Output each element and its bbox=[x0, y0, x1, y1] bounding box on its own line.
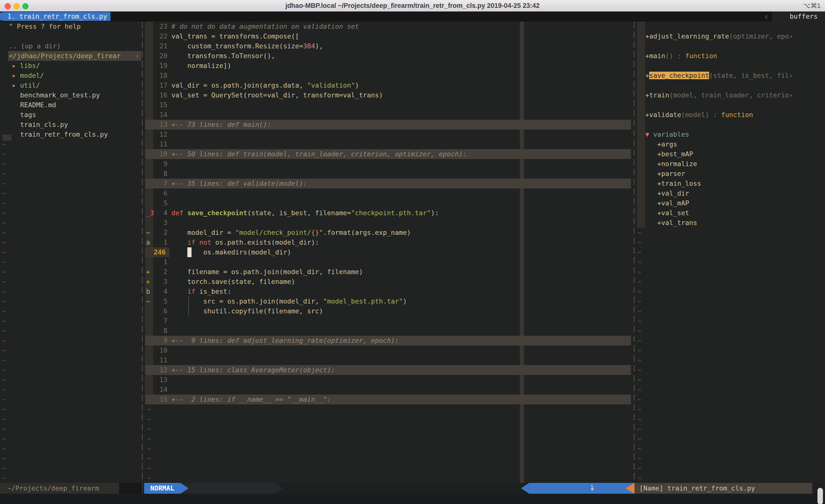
tree-item[interactable]: .. (up a dir) bbox=[9, 41, 61, 51]
code-line[interactable]: custom_transform.Resize(size=384), bbox=[171, 41, 323, 51]
tagbar-empty-line: ~ bbox=[638, 404, 641, 414]
tag-item[interactable]: +normalize bbox=[645, 159, 697, 169]
line-number: 14 bbox=[151, 110, 167, 120]
window-separator-right[interactable] bbox=[634, 22, 634, 483]
mode-indicator: NORMAL bbox=[144, 483, 180, 494]
tagbar-empty-line: ~ bbox=[638, 336, 641, 345]
tag-item[interactable]: +args bbox=[645, 139, 677, 149]
tree-item[interactable]: train_cls.py bbox=[20, 120, 68, 130]
nerdtree-empty-line: ~ bbox=[2, 238, 6, 247]
tagbar-empty-line: ~ bbox=[638, 375, 641, 385]
tree-item[interactable]: tags bbox=[20, 110, 36, 120]
folded-code-line[interactable]: +-- 50 lines: def train(model, train_loa… bbox=[171, 149, 467, 159]
nerdtree-empty-line: ~ bbox=[2, 139, 6, 149]
folded-code-line[interactable]: +-- 15 lines: class AverageMeter(object)… bbox=[171, 365, 335, 375]
tree-item[interactable]: " Press ? for help bbox=[9, 22, 81, 31]
nerdtree-empty-line: ~ bbox=[2, 336, 6, 345]
tag-item[interactable]: +best_mAP bbox=[645, 149, 693, 159]
tag-item[interactable]: +parser bbox=[645, 169, 685, 179]
nerdtree-empty-line: ~ bbox=[2, 404, 6, 414]
current-line-number: 246 bbox=[154, 247, 170, 257]
nerdtree-empty-line: ~ bbox=[2, 355, 6, 365]
folded-code-line[interactable]: +-- 2 lines: if __name__ == "__main__": bbox=[171, 395, 331, 404]
statusline-notch bbox=[142, 483, 143, 494]
code-line[interactable]: val_dir = os.path.join(args.data, "valid… bbox=[171, 80, 359, 90]
line-number: 5 bbox=[151, 198, 167, 208]
nerdtree-empty-line: ~ bbox=[2, 453, 6, 463]
tree-item-selected[interactable]: </jdhao/Projects/deep_firear› bbox=[9, 51, 121, 61]
nerdtree-empty-line: ~ bbox=[2, 326, 6, 336]
line-number: 8 bbox=[151, 326, 167, 336]
window-separator-left[interactable] bbox=[142, 22, 143, 483]
nerdtree-empty-line: ~ bbox=[2, 218, 6, 228]
tag-item[interactable]: +val_set bbox=[645, 208, 689, 218]
code-line[interactable]: transforms.ToTensor(), bbox=[171, 51, 275, 61]
tag-item[interactable]: +val_dir bbox=[645, 188, 689, 198]
editor-empty-line: ~ bbox=[147, 463, 151, 473]
line-number: 13 bbox=[151, 120, 167, 130]
powerline-arrow bbox=[112, 483, 120, 494]
code-line[interactable]: torch.save(state, filename) bbox=[171, 277, 295, 286]
folded-code-line[interactable]: +-- 73 lines: def main(): bbox=[171, 120, 271, 130]
code-line[interactable]: model_dir = "model/check_point/{}".forma… bbox=[171, 228, 411, 238]
tab-active[interactable]: 1. train_retr_from_cls.py bbox=[2, 12, 110, 21]
line-number: 1 bbox=[151, 238, 167, 247]
folded-code-line[interactable]: +-- 9 lines: def adjust_learning_rate(op… bbox=[171, 336, 399, 345]
code-line[interactable]: src = os.path.join(model_dir, "model_bes… bbox=[171, 297, 407, 306]
tree-item[interactable]: ▸ model/ bbox=[12, 71, 44, 80]
code-line[interactable]: filename = os.path.join(model_dir, filen… bbox=[171, 267, 363, 277]
editor-empty-line: ~ bbox=[147, 434, 151, 444]
tagbar-empty-line: ~ bbox=[638, 424, 641, 434]
nerdtree-empty-line: ~ bbox=[2, 247, 6, 257]
tagbar-empty-line: ~ bbox=[638, 355, 641, 365]
nerdtree-empty-line: ~ bbox=[2, 473, 6, 483]
code-line[interactable]: if is_best: bbox=[171, 286, 231, 297]
nerdtree-empty-line: ~ bbox=[2, 149, 6, 159]
scrollbar-thumb[interactable] bbox=[817, 488, 823, 504]
tree-item[interactable]: train_retr_from_cls.py bbox=[20, 130, 108, 139]
tag-item[interactable]: +main() : function bbox=[645, 51, 717, 61]
tag-item[interactable]: +train_loss bbox=[645, 179, 701, 188]
command-line[interactable] bbox=[0, 494, 825, 504]
code-line[interactable]: if not os.path.exists(model_dir): bbox=[171, 238, 319, 247]
code-line[interactable]: val_trans = transforms.Compose([ bbox=[171, 31, 299, 41]
nerdtree-empty-line: ~ bbox=[2, 208, 6, 218]
line-number-icon: LN bbox=[591, 484, 593, 491]
code-line[interactable]: val_set = QuerySet(root=val_dir, transfo… bbox=[171, 90, 383, 100]
code-line[interactable]: shutil.copyfile(filename, src) bbox=[171, 306, 323, 316]
line-number: 7 bbox=[151, 316, 167, 326]
tagbar-empty-line: ~ bbox=[638, 277, 641, 286]
tagbar-empty-line: ~ bbox=[638, 444, 641, 453]
tree-item[interactable]: benchmark_on_test.py bbox=[20, 90, 100, 100]
tree-item[interactable]: README.md bbox=[20, 100, 56, 110]
tag-item[interactable]: +save_checkpoint(state, is_best, fil› bbox=[645, 71, 793, 80]
tagbar-empty-line: ~ bbox=[638, 453, 641, 463]
tree-item[interactable]: ▸ libs/ bbox=[12, 61, 40, 71]
tree-item[interactable]: ▸ util/ bbox=[12, 80, 40, 90]
tagbar-kind-header[interactable]: ▼ variables bbox=[645, 130, 689, 139]
line-number: 8 bbox=[151, 169, 167, 179]
tag-item[interactable]: +val_mAP bbox=[645, 198, 689, 208]
code-line[interactable]: # do not do data augmentation on validat… bbox=[171, 22, 359, 31]
tag-item[interactable]: +validate(model) : function bbox=[645, 110, 753, 120]
chevron-left-icon: ‹ bbox=[764, 11, 769, 22]
code-line[interactable]: normalize]) bbox=[171, 61, 231, 71]
tagbar-empty-line: ~ bbox=[638, 434, 641, 444]
nerdtree-empty-line: ~ bbox=[2, 463, 6, 473]
tagbar-empty-line: ~ bbox=[638, 306, 641, 316]
file-info-segment: train_retr_from_cls.py python ‹ utf-8[un… bbox=[275, 483, 529, 494]
tabline-buffers-label[interactable]: buffers bbox=[790, 11, 818, 22]
powerline-arrow bbox=[521, 483, 529, 494]
line-number: 11 bbox=[151, 355, 167, 365]
tagbar-empty-line: ~ bbox=[638, 473, 641, 483]
powerline-arrow bbox=[180, 483, 189, 494]
tag-item[interactable]: +train(model, train_loader, criterio› bbox=[645, 90, 793, 100]
tag-item[interactable]: +val_trans bbox=[645, 218, 697, 228]
line-number: 14 bbox=[151, 385, 167, 395]
folded-code-line[interactable]: +-- 35 lines: def validate(model): bbox=[171, 179, 307, 188]
line-number: 17 bbox=[151, 80, 167, 90]
vim-tabline: 1. train_retr_from_cls.py ‹ buffers bbox=[0, 11, 825, 22]
tag-item[interactable]: +adjust_learning_rate(optimizer, epo› bbox=[645, 31, 793, 41]
code-line[interactable]: def save_checkpoint(state, is_best, file… bbox=[171, 208, 439, 218]
line-number: 9 bbox=[151, 159, 167, 169]
